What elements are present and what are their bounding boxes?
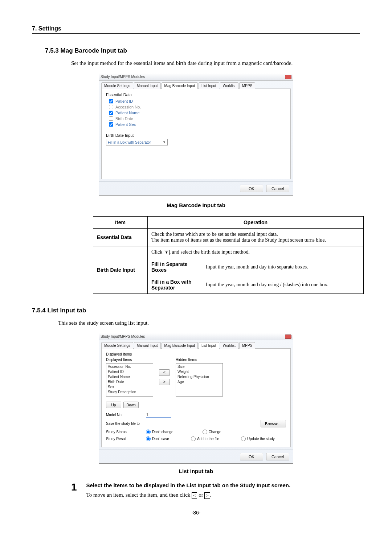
section-754-heading: 7.5.4 List Input tab [32, 307, 360, 314]
dialog-title: Study Input/MPPS Modules [101, 75, 145, 79]
hidden-items-list[interactable]: Size Weight Referring Physician Age [176, 363, 223, 397]
cancel-button[interactable]: Cancel [266, 453, 289, 460]
tab-worklist[interactable]: Worklist [220, 342, 238, 349]
tab-manual-input[interactable]: Manual Input [134, 82, 161, 89]
list-item[interactable]: Age [177, 379, 222, 385]
tab-list-input[interactable]: List Input [199, 342, 219, 349]
ok-button[interactable]: OK [240, 185, 263, 192]
list-item[interactable]: Sex [107, 385, 152, 390]
figure-caption-1: Mag Barcode Input tab [32, 202, 360, 208]
list-item[interactable]: Birth Date [107, 379, 152, 385]
tab-mag-barcode[interactable]: Mag Barcode Input [162, 82, 198, 89]
study-result-label: Study Result [106, 437, 142, 441]
birth-date-input-label: Birth Date Input [106, 133, 286, 138]
check-patient-sex[interactable]: Patient Sex [109, 122, 286, 127]
mag-barcode-dialog: Study Input/MPPS Modules Module Settings… [99, 73, 293, 196]
down-button[interactable]: Down [123, 402, 139, 408]
essential-data-label: Essential Data [106, 93, 286, 97]
step-title: Select the items to be displayed in the … [86, 482, 360, 488]
list-item[interactable]: Size [177, 364, 222, 369]
section-754-intro: This sets the study screen using list in… [58, 320, 360, 326]
displayed-items-label: Displayed Items [106, 358, 153, 362]
list-input-dialog: Study Input/MPPS Modules Module Settings… [99, 333, 293, 464]
close-icon[interactable] [285, 335, 291, 339]
col-item: Item [93, 217, 148, 229]
tab-manual-input[interactable]: Manual Input [134, 342, 161, 349]
dropdown-arrow-icon: ▼ [164, 250, 170, 255]
tab-mpps[interactable]: MPPS [239, 82, 255, 89]
page-number: -86- [32, 510, 360, 516]
list-item[interactable]: Referring Physician [177, 374, 222, 379]
hidden-items-label: Hidden Items [176, 358, 223, 362]
mag-barcode-table: Item Operation Essential Data Check the … [93, 216, 364, 294]
tab-mpps[interactable]: MPPS [239, 342, 255, 349]
opt-box-separator-desc: Input the year, month and day using / (s… [202, 276, 364, 294]
row-essential-data: Essential Data [93, 229, 148, 246]
check-patient-name[interactable]: Patient Name [109, 111, 286, 115]
list-item[interactable]: Patient Name [107, 374, 152, 379]
section-753-intro: Set the input method for the essential i… [71, 60, 360, 66]
birth-date-input-dropdown[interactable]: Fill in a Box with Separator ▼ [106, 139, 168, 145]
radio-change[interactable]: Change [203, 430, 221, 434]
radio-dont-save[interactable]: Don't save [146, 436, 169, 441]
opt-separate-boxes: Fill in Separate Boxes [148, 258, 202, 276]
list-item[interactable]: Weight [177, 369, 222, 374]
check-accession-no[interactable]: Accession No. [109, 105, 286, 109]
right-arrow-icon: > [204, 492, 210, 499]
row-birth-date-input: Birth Date Input [93, 246, 148, 294]
opt-box-separator: Fill in a Box with Separator [148, 276, 202, 294]
tab-mag-barcode[interactable]: Mag Barcode Input [162, 342, 198, 349]
row-bdi-intro: Click ▼, and select the birth date input… [148, 246, 364, 258]
cancel-button[interactable]: Cancel [266, 185, 289, 192]
browse-button[interactable]: Browse... [261, 420, 286, 427]
radio-update-study[interactable]: Update the study [241, 436, 275, 441]
step-number: 1 [71, 482, 77, 492]
figure-caption-2: List Input tab [32, 468, 360, 474]
tab-module-settings[interactable]: Module Settings [101, 82, 133, 89]
row-essential-desc: Check the items which are to be set as t… [148, 229, 364, 246]
tab-module-settings[interactable]: Module Settings [101, 342, 133, 349]
dialog-title-2: Study Input/MPPS Modules [101, 335, 145, 338]
radio-dont-change[interactable]: Don't change [146, 430, 173, 434]
study-status-label: Study Status [106, 430, 142, 434]
check-patient-id[interactable]: Patient ID [109, 99, 286, 103]
list-item[interactable]: Study Description [107, 390, 152, 395]
tab-list-input[interactable]: List Input [199, 82, 219, 89]
opt-separate-boxes-desc: Input the year, month and day into separ… [202, 258, 364, 276]
move-left-button[interactable]: < [159, 369, 170, 376]
radio-add-file[interactable]: Add to the file [191, 436, 219, 441]
check-birth-date[interactable]: Birth Date [109, 116, 286, 121]
left-arrow-icon: < [192, 492, 197, 499]
chapter-label: 7. Settings [32, 25, 61, 32]
col-operation: Operation [148, 217, 364, 229]
model-no-label: Model No. [106, 413, 142, 417]
close-icon[interactable] [285, 75, 291, 79]
section-753-heading: 7.5.3 Mag Barcode Input tab [45, 47, 360, 54]
displayed-items-section-label: Displayed Items [106, 352, 286, 356]
chevron-down-icon: ▼ [163, 140, 166, 144]
step-body: To move an item, select the item, and th… [86, 492, 360, 499]
list-item[interactable]: Patient ID [107, 369, 152, 374]
save-file-label: Save the study file to [106, 422, 142, 426]
displayed-items-list[interactable]: Accession No. Patient ID Patient Name Bi… [106, 363, 153, 397]
model-no-input[interactable] [146, 412, 171, 418]
list-item[interactable]: Accession No. [107, 364, 152, 369]
up-button[interactable]: Up [106, 402, 121, 408]
ok-button[interactable]: OK [240, 453, 263, 460]
tab-worklist[interactable]: Worklist [220, 82, 238, 89]
move-right-button[interactable]: > [159, 379, 170, 385]
